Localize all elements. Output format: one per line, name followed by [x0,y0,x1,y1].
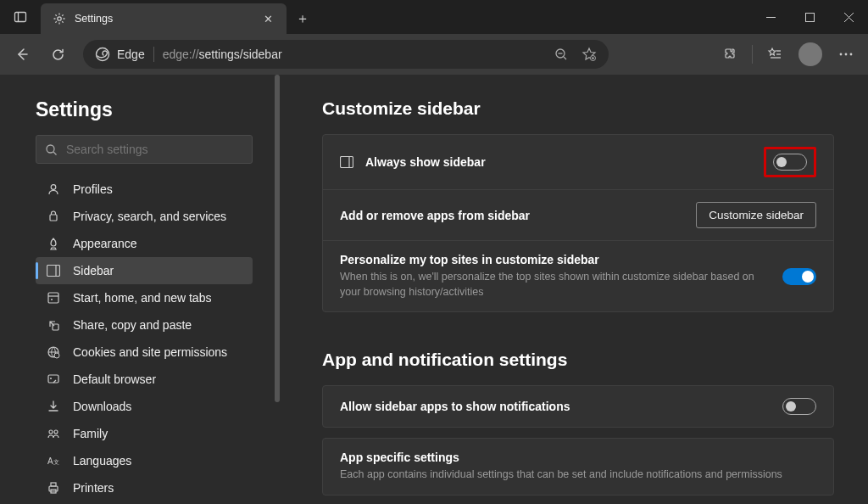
svg-point-32 [54,353,59,358]
back-button[interactable] [5,39,39,70]
personalize-row: Personalize my top sites in customize si… [323,241,833,311]
nav-icon [46,237,61,250]
favorites-button[interactable] [758,39,792,70]
nav-icon [46,345,61,359]
nav-icon [46,291,61,305]
svg-point-29 [51,299,53,300]
edge-logo-icon [95,47,110,62]
more-button[interactable] [829,39,863,70]
sidebar-item-label: Family [73,427,108,440]
window-maximize-button[interactable] [790,0,829,34]
add-remove-label: Add or remove apps from sidebar [340,209,684,222]
personalize-desc: When this is on, we'll personalize the t… [340,270,771,300]
add-remove-apps-row: Add or remove apps from sidebar Customiz… [323,190,833,241]
settings-sidebar: Settings ProfilesPrivacy, search, and se… [0,75,280,504]
star-lines-icon [767,47,782,62]
sidebar-item-downloads[interactable]: Downloads [36,393,253,420]
svg-point-23 [51,185,56,190]
tab-title: Settings [75,13,249,25]
svg-point-37 [54,430,58,434]
always-show-label: Always show sidebar [365,155,752,169]
address-bar[interactable]: Edge edge://settings/sidebar [83,40,609,69]
tab-close-button[interactable]: ✕ [258,8,278,29]
extension-icon [722,47,737,62]
search-settings-box[interactable] [36,135,253,164]
allow-notif-toggle[interactable] [782,398,816,415]
sidebar-item-label: Start, home, and new tabs [73,291,211,305]
nav-icon [46,265,61,277]
svg-point-19 [845,53,848,56]
settings-main: Customize sidebar Always show sidebar Ad… [280,75,868,504]
allow-notif-row: Allow sidebar apps to show notifications [323,386,833,427]
browser-tab[interactable]: Settings ✕ [41,3,287,34]
sidebar-item-label: Appearance [73,237,137,250]
allow-notif-card: Allow sidebar apps to show notifications [322,385,834,428]
svg-line-22 [53,152,57,155]
sidebar-item-printers[interactable]: Printers [36,474,253,501]
sidebar-item-label: Printers [73,481,114,495]
personalize-label: Personalize my top sites in customize si… [340,253,771,266]
tab-actions-button[interactable] [0,0,41,34]
sidebar-panel-icon [340,156,353,168]
sidebar-item-family[interactable]: Family [36,420,253,447]
new-tab-button[interactable]: ＋ [287,3,319,34]
sidebar-item-languages[interactable]: A文Languages [36,447,253,474]
settings-heading: Settings [36,98,256,121]
sidebar-item-share-copy-and-paste[interactable]: Share, copy and paste [36,311,253,339]
sidebar-item-privacy-search-and-services[interactable]: Privacy, search, and services [36,203,253,230]
refresh-button[interactable] [41,39,75,70]
tab-actions-icon [14,10,27,24]
window-minimize-button[interactable] [751,0,790,34]
sidebar-item-profiles[interactable]: Profiles [36,176,253,203]
sidebar-item-label: Languages [73,454,131,468]
window-close-button[interactable] [829,0,868,34]
sidebar-item-default-browser[interactable]: Default browser [36,366,253,393]
personalize-toggle[interactable] [782,268,816,285]
edge-chip: Edge [95,47,145,62]
extensions-button[interactable] [713,39,747,70]
svg-point-36 [49,430,53,434]
url-text: edge://settings/sidebar [163,48,282,61]
svg-rect-27 [48,293,58,303]
sidebar-item-label: Profiles [73,182,113,196]
scrollbar[interactable] [275,75,280,402]
svg-point-20 [850,53,853,56]
customize-sidebar-heading: Customize sidebar [322,98,834,119]
app-specific-label: App specific settings [340,451,816,464]
sidebar-item-label: Share, copy and paste [73,318,192,332]
search-input[interactable] [66,143,243,156]
app-notif-heading: App and notification settings [322,350,834,370]
highlight-annotation [764,147,816,177]
svg-rect-33 [48,375,58,383]
svg-point-34 [50,378,52,379]
app-specific-row: App specific settings Each app contains … [323,439,833,495]
sidebar-item-start-home-and-new-tabs[interactable]: Start, home, and new tabs [36,284,253,311]
profile-avatar[interactable] [798,42,822,66]
svg-text:文: 文 [53,459,59,465]
zoom-out-icon[interactable] [554,48,568,61]
refresh-icon [51,48,65,62]
sidebar-item-appearance[interactable]: Appearance [36,230,253,257]
nav-icon [46,372,61,386]
customize-sidebar-button[interactable]: Customize sidebar [696,202,816,228]
svg-text:A: A [47,456,53,466]
arrow-left-icon [14,47,30,62]
favorite-add-icon[interactable] [581,47,597,62]
svg-rect-0 [15,13,26,22]
svg-rect-41 [51,483,56,486]
sidebar-item-cookies-and-site-permissions[interactable]: Cookies and site permissions [36,339,253,366]
sidebar-item-label: Downloads [73,400,131,413]
nav-icon [46,182,61,196]
nav-icon: A文 [46,454,61,468]
sidebar-item-label: Sidebar [73,264,114,277]
nav-icon [46,427,61,440]
titlebar: Settings ✕ ＋ [0,0,868,34]
allow-notif-label: Allow sidebar apps to show notifications [340,400,771,413]
sidebar-item-label: Privacy, search, and services [73,210,226,223]
sidebar-item-label: Cookies and site permissions [73,345,227,359]
always-show-toggle[interactable] [773,154,807,171]
always-show-sidebar-row: Always show sidebar [323,135,833,190]
sidebar-item-sidebar[interactable]: Sidebar [36,257,253,284]
svg-point-2 [58,17,61,20]
nav-icon [46,481,61,495]
